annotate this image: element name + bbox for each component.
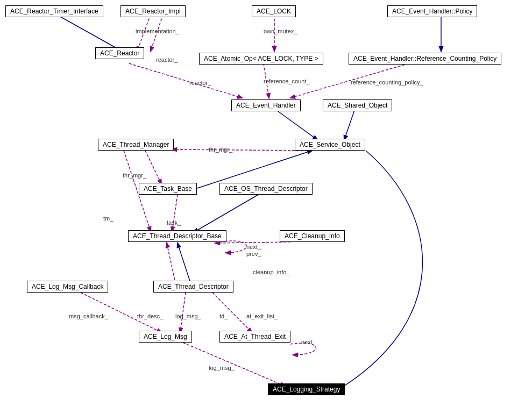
- edge-label-task: task_: [167, 219, 181, 226]
- node-ace-log-msg: ACE_Log_Msg: [139, 331, 192, 343]
- edge-label-next: next_: [246, 244, 261, 250]
- edge-label-tm: tm_: [103, 215, 113, 222]
- node-ace-logging-strategy: ACE_Logging_Strategy: [268, 383, 345, 395]
- svg-line-16: [215, 242, 290, 243]
- svg-line-7: [129, 63, 242, 98]
- node-ace-thread-manager: ACE_Thread_Manager: [98, 139, 174, 151]
- node-ace-thread-descriptor: ACE_Thread_Descriptor: [153, 281, 233, 293]
- edge-label-thr-desc: thr_desc_: [137, 313, 163, 319]
- svg-line-13: [194, 195, 258, 232]
- edge-label-own-mutex: own_mutex_: [264, 28, 297, 34]
- node-ace-at-thread-exit: ACE_At_Thread_Exit: [219, 331, 290, 343]
- node-ace-cleanup-info: ACE_Cleanup_Info: [280, 230, 345, 242]
- edge-label-reference-count: reference_count_: [264, 78, 310, 84]
- svg-line-20: [212, 293, 252, 332]
- node-ace-thread-descriptor-base: ACE_Thread_Descriptor_Base: [128, 230, 226, 242]
- svg-line-9: [274, 109, 317, 140]
- node-ace-reactor-impl: ACE_Reactor_Impl: [120, 5, 186, 17]
- diagram-container: ACE_Reactor_Timer_Interface ACE_Reactor_…: [0, 0, 532, 406]
- edge-label-td: td_: [219, 313, 228, 319]
- svg-line-18: [81, 293, 161, 332]
- edge-label-at-exit-list: at_exit_list_: [246, 313, 278, 319]
- edge-label-thr-mgr2: thr_mgr_: [123, 172, 146, 179]
- edge-label-ref-counting-policy: reference_counting_policy_: [351, 79, 423, 86]
- node-ace-task-base: ACE_Task_Base: [139, 183, 197, 195]
- edge-label-msg-callback: msg_callback_: [69, 313, 108, 319]
- edge-label-log-msg2: log_msg_: [209, 365, 235, 371]
- node-ace-reactor: ACE_Reactor: [95, 47, 144, 59]
- node-ace-os-thread-descriptor: ACE_OS_Thread_Descriptor: [219, 183, 313, 195]
- node-ace-service-object: ACE_Service_Object: [295, 139, 365, 151]
- node-ace-lock: ACE_LOCK: [252, 5, 296, 17]
- svg-line-0: [56, 15, 124, 52]
- node-ace-event-handler: ACE_Event_Handler: [231, 99, 301, 111]
- node-ace-atomic-op: ACE_Atomic_Op< ACE_LOCK, TYPE >: [199, 53, 323, 65]
- edge-label-next2: next_: [301, 339, 316, 345]
- edge-label-prev: prev_: [246, 251, 261, 257]
- svg-line-10: [172, 149, 312, 151]
- node-ace-event-handler-policy: ACE_Event_Handler::Policy: [387, 5, 477, 17]
- node-ace-event-handler-ref-policy: ACE_Event_Handler::Reference_Counting_Po…: [349, 53, 501, 65]
- svg-line-19: [180, 293, 186, 332]
- edge-label-reactor1: reactor_: [156, 56, 178, 63]
- edge-label-thr-mgr1: thr_mgr_: [209, 146, 232, 153]
- node-ace-shared-object: ACE_Shared_Object: [323, 99, 392, 111]
- edge-label-cleanup-info: cleanup_info_: [253, 269, 290, 275]
- node-ace-log-msg-callback: ACE_Log_Msg_Callback: [27, 281, 108, 293]
- edge-label-log-msg1: log_msg_: [175, 313, 201, 319]
- node-ace-reactor-timer-interface: ACE_Reactor_Timer_Interface: [5, 5, 103, 17]
- edge-label-implementation: implementation_: [136, 28, 179, 34]
- svg-line-8: [344, 109, 355, 140]
- edge-label-reactor2: reactor_: [189, 80, 211, 86]
- svg-line-12: [145, 151, 161, 184]
